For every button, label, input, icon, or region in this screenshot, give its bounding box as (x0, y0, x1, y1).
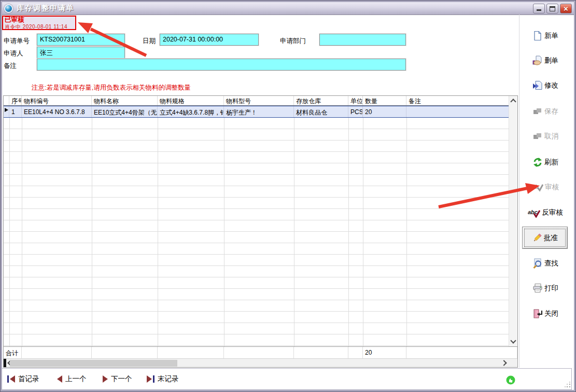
titlebar: 库存调整申请单 × (2, 2, 574, 15)
col-remark: 备注 (406, 96, 517, 105)
approve-button[interactable]: 批准 (522, 227, 568, 249)
unaudit-button[interactable]: abc 反审核 (521, 207, 570, 218)
cancel-button: 取消 (521, 131, 570, 142)
grid-vline (22, 118, 22, 346)
cell-model: 杨宇生产！ (224, 106, 294, 117)
grid-vline (9, 118, 10, 346)
applicant-field[interactable]: 张三 (37, 47, 125, 59)
dept-field[interactable] (319, 34, 406, 46)
col-spec: 物料规格 (158, 96, 224, 105)
cell-qty: 20 (363, 106, 406, 117)
record-navbar: 首记录 上一个 下一个 末记录 (2, 368, 572, 390)
approve-pencil-icon (532, 233, 542, 243)
modify-bill-button[interactable]: 修改 (521, 80, 570, 91)
grid-vline (363, 118, 363, 346)
first-record-button[interactable]: 首记录 (7, 374, 39, 384)
audit-icon: ab (532, 182, 543, 192)
minimize-button[interactable] (533, 4, 545, 13)
scroll-right-icon[interactable] (501, 360, 507, 366)
cancel-icon (532, 131, 543, 142)
total-qty: 20 (363, 347, 406, 358)
cell-seq: 1 (9, 106, 22, 117)
hscroll-thumb[interactable] (10, 360, 177, 367)
delete-doc-icon (532, 55, 543, 66)
find-button[interactable]: 查找 (521, 258, 570, 269)
modify-doc-icon (532, 80, 543, 91)
grid-empty-area (4, 118, 517, 346)
status-indicator-icon (506, 375, 515, 387)
grid-vline (224, 118, 224, 346)
sidebar-divider (519, 15, 519, 368)
save-button: 保存 (521, 106, 570, 117)
cell-warehouse: 材料良品仓 (294, 106, 348, 117)
audit-button: ab 审核 (521, 181, 570, 193)
last-record-icon (147, 375, 154, 383)
print-icon (532, 283, 543, 293)
previous-record-icon (57, 375, 62, 383)
remark-field[interactable] (37, 59, 406, 71)
audit-status-box: 已审核 肖令中 2020-08-01 11:14 (2, 16, 76, 30)
minimize-icon (537, 9, 541, 11)
app-window: 库存调整申请单 × 已审核 肖令中 2020-08-01 11:14 申请单号 … (0, 0, 576, 392)
cell-name: EE10立式4+4骨架（无 (92, 106, 158, 117)
refresh-icon (532, 157, 543, 167)
maximize-button[interactable] (546, 4, 558, 13)
total-label: 合计 (4, 347, 22, 358)
resize-grip[interactable] (565, 382, 571, 388)
date-label: 日期 (143, 37, 156, 46)
app-globe-icon (4, 4, 13, 13)
applicant-label: 申请人 (4, 49, 23, 58)
horizontal-scrollbar[interactable] (4, 358, 517, 367)
col-warehouse: 存放仓库 (294, 96, 348, 105)
grid-total-row: 合计 20 (4, 346, 517, 358)
close-form-icon (532, 309, 543, 319)
bill-no-label: 申请单号 (4, 37, 30, 46)
col-name: 物料名称 (92, 96, 158, 105)
close-button[interactable]: × (560, 4, 572, 13)
date-field[interactable]: 2020-07-31 00:00:00 (160, 34, 259, 46)
scroll-down-icon[interactable] (510, 338, 516, 343)
dept-label: 申请部门 (280, 37, 306, 46)
refresh-button[interactable]: 刷新 (521, 157, 570, 168)
cell-remark (406, 106, 517, 117)
scroll-up-icon[interactable] (510, 99, 516, 104)
bill-no-field[interactable]: KTS200731001 (37, 34, 125, 46)
table-row[interactable]: 1 EE10L4+4 NO 3.6.7.8 EE10立式4+4骨架（无 立式4+… (4, 106, 517, 118)
cell-unit: PCS (348, 106, 363, 117)
audit-status-bytime: 肖令中 2020-08-01 11:14 (5, 24, 74, 30)
first-record-icon (7, 375, 15, 383)
grid-vline (92, 118, 92, 346)
vertical-scrollbar[interactable] (509, 96, 517, 346)
grid-header: 序号 物料编号 物料名称 物料规格 物料型号 存放仓库 单位 数量 备注 (4, 96, 517, 106)
previous-record-button[interactable]: 上一个 (57, 374, 87, 384)
grid-vline (158, 118, 158, 346)
close-icon: × (560, 4, 571, 13)
col-model: 物料型号 (224, 96, 294, 105)
cell-spec: 立式4+4缺3.6.7.8脚，针 (158, 106, 224, 117)
col-qty: 数量 (363, 96, 406, 105)
col-code: 物料编号 (22, 96, 92, 105)
grid-vline (348, 118, 349, 346)
find-icon (532, 258, 543, 269)
col-seq: 序号 (9, 96, 22, 105)
delete-bill-button[interactable]: 删单 (521, 55, 570, 66)
grid-vline (406, 118, 407, 346)
adjustment-note: 注意:若是调减库存量,请用负数表示相关物料的调整数量 (32, 83, 191, 92)
remark-label: 备注 (4, 62, 17, 71)
svg-text:abc: abc (528, 209, 538, 215)
cell-code: EE10L4+4 NO 3.6.7.8 (22, 106, 92, 117)
print-button[interactable]: 打印 (521, 283, 570, 294)
next-record-button[interactable]: 下一个 (103, 374, 132, 384)
items-grid: 序号 物料编号 物料名称 物料规格 物料型号 存放仓库 单位 数量 备注 1 E… (3, 95, 518, 368)
col-marker (4, 96, 9, 105)
col-unit: 单位 (348, 96, 363, 105)
close-form-button[interactable]: 关闭 (521, 308, 570, 319)
save-icon (532, 106, 543, 117)
new-doc-icon (532, 31, 543, 41)
new-bill-button[interactable]: 新单 (521, 30, 570, 41)
row-marker-icon (4, 106, 9, 117)
hscroll-left-block (4, 359, 6, 367)
unaudit-icon: abc (528, 207, 540, 218)
maximize-icon (550, 6, 555, 11)
last-record-button[interactable]: 末记录 (147, 374, 179, 384)
